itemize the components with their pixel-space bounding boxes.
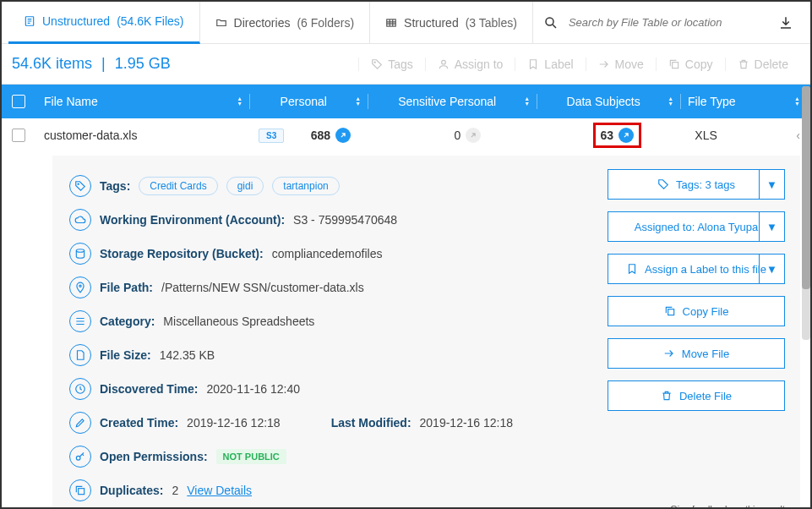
delete-file-button[interactable]: Delete File: [608, 380, 785, 411]
chevron-down-icon[interactable]: ▼: [759, 170, 784, 199]
assigned-button[interactable]: Assigned to: Alona Tyupa ▼: [608, 211, 785, 242]
tab-unstructured[interactable]: Unstructured (54.6K Files): [8, 2, 200, 44]
total-size: 1.95 GB: [115, 55, 171, 72]
view-details-link[interactable]: View Details: [187, 484, 252, 497]
detail-duplicates: Duplicates: 2 View Details: [69, 473, 783, 507]
tag-icon: [371, 58, 383, 70]
expand-icon[interactable]: [466, 128, 481, 143]
tags-action[interactable]: Tags: [358, 57, 425, 71]
key-icon: [69, 446, 91, 468]
folder-icon: [215, 17, 227, 29]
filename: customer-data.xls: [44, 129, 137, 142]
svg-point-4: [441, 60, 445, 64]
copy-icon: [668, 58, 680, 70]
svg-point-10: [76, 456, 80, 460]
item-count: 54.6K: [12, 55, 52, 72]
table-row[interactable]: customer-data.xls S3 688 0 63 XLS ‹: [2, 118, 810, 152]
select-all-cell: [12, 95, 44, 108]
row-checkbox[interactable]: [12, 129, 25, 142]
sort-icon[interactable]: ▲▼: [668, 96, 673, 107]
assign-label-button[interactable]: Assign a Label to this file ▼: [608, 254, 785, 284]
assign-action[interactable]: Assign to: [425, 57, 515, 71]
expand-icon[interactable]: [619, 128, 634, 143]
sort-icon[interactable]: ▲▼: [355, 96, 361, 107]
tab-structured[interactable]: Structured (3 Tables): [370, 2, 533, 44]
expand-icon[interactable]: [335, 128, 351, 143]
copy-file-button[interactable]: Copy File: [608, 296, 785, 326]
tab-label: Unstructured: [42, 14, 110, 28]
pencil-icon: [69, 412, 91, 434]
copy-icon: [69, 479, 91, 501]
tag-pill[interactable]: tartanpion: [272, 177, 339, 195]
separator: |: [101, 55, 106, 72]
copy-icon: [664, 305, 676, 317]
search-icon: [543, 15, 559, 30]
svg-point-2: [546, 18, 553, 25]
file-icon: [24, 15, 35, 27]
svg-rect-5: [673, 62, 678, 68]
trash-icon: [738, 58, 749, 70]
pin-icon: [69, 276, 91, 298]
tag-icon: [657, 178, 669, 190]
col-filetype[interactable]: File Type: [688, 95, 789, 108]
tab-directories[interactable]: Directories (6 Folders): [200, 2, 371, 44]
cloud-icon: [69, 209, 91, 231]
chevron-left-icon[interactable]: ‹: [796, 129, 800, 142]
move-icon: [663, 348, 675, 359]
tabs-bar: Unstructured (54.6K Files) Directories (…: [2, 2, 810, 44]
col-sensitive[interactable]: Sensitive Personal: [375, 95, 519, 108]
stats-row: 54.6K items | 1.95 GB Tags Assign to Lab…: [2, 44, 810, 85]
items-label: items: [56, 55, 92, 72]
download-icon[interactable]: [778, 15, 793, 30]
personal-count: 688: [311, 129, 330, 142]
svg-rect-1: [387, 19, 396, 25]
subjects-count: 63: [601, 129, 614, 142]
move-icon: [598, 58, 610, 70]
tag-icon: [69, 175, 91, 197]
chevron-down-icon[interactable]: ▼: [759, 212, 784, 241]
detail-permissions: Open Permissions: NOT PUBLIC: [69, 440, 783, 473]
clock-icon: [69, 378, 91, 400]
table-header: File Name ▲▼ Personal ▲▼ Sensitive Perso…: [2, 85, 810, 118]
search-input[interactable]: [569, 16, 768, 29]
delete-action[interactable]: Delete: [725, 57, 800, 71]
trash-icon: [661, 390, 673, 402]
tag-pill[interactable]: gidi: [226, 177, 264, 195]
col-subjects[interactable]: Data Subjects: [544, 95, 662, 108]
select-all-checkbox[interactable]: [12, 95, 25, 108]
sensitive-count: 0: [454, 129, 460, 142]
svg-point-6: [78, 183, 79, 184]
bookmark-icon: [626, 263, 638, 275]
stats-text: 54.6K items | 1.95 GB: [12, 55, 171, 73]
copy-action[interactable]: Copy: [656, 57, 725, 71]
col-filename[interactable]: File Name: [44, 95, 232, 108]
list-icon: [69, 310, 91, 332]
table-icon: [385, 17, 397, 29]
filetype-value: XLS: [695, 129, 717, 142]
svg-point-3: [374, 62, 375, 63]
svg-point-7: [76, 249, 84, 253]
label-action[interactable]: Label: [515, 57, 585, 71]
tab-label: Directories: [234, 16, 291, 30]
sort-icon[interactable]: ▲▼: [237, 96, 243, 107]
svg-rect-12: [668, 309, 673, 315]
user-icon: [438, 58, 450, 70]
scrollbar-thumb[interactable]: [802, 86, 810, 289]
svg-rect-11: [79, 489, 84, 495]
permission-badge: NOT PUBLIC: [216, 449, 286, 464]
move-file-button[interactable]: Move File: [608, 338, 785, 369]
col-personal[interactable]: Personal: [257, 95, 350, 108]
tag-pill[interactable]: Credit Cards: [139, 177, 217, 195]
file-icon: [69, 344, 91, 366]
source-badge: S3: [259, 129, 284, 143]
sort-icon[interactable]: ▲▼: [794, 96, 800, 107]
database-icon: [69, 243, 91, 265]
detail-created-modified: Created Time: 2019-12-16 12:18 Last Modi…: [69, 406, 783, 440]
svg-point-8: [79, 285, 81, 287]
chevron-down-icon[interactable]: ▼: [759, 254, 784, 283]
feedback-link[interactable]: Give feedback on this result: [670, 504, 785, 509]
move-action[interactable]: Move: [586, 57, 656, 71]
search-area: [533, 15, 804, 30]
sort-icon[interactable]: ▲▼: [524, 96, 530, 107]
tags-button[interactable]: Tags: 3 tags ▼: [608, 169, 785, 200]
